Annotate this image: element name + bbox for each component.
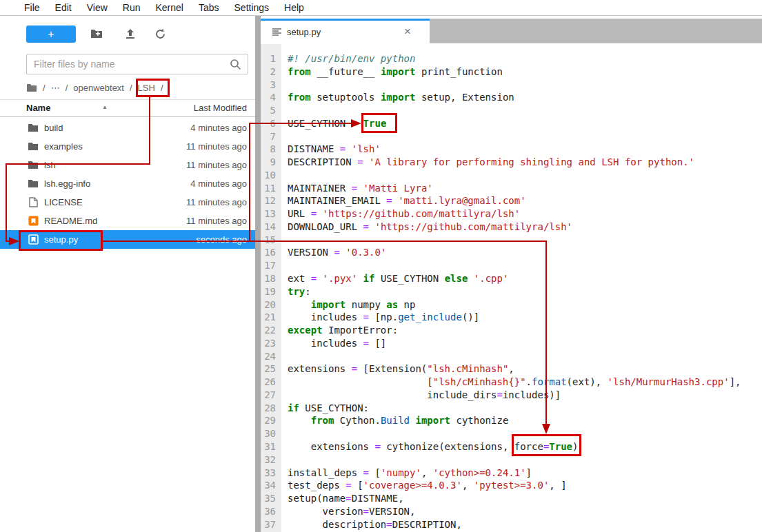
code-line-19: 19try: (261, 285, 762, 298)
file-last-modified: 11 minutes ago (186, 216, 255, 226)
new-folder-icon[interactable] (89, 26, 104, 41)
filter-files-box (26, 54, 248, 74)
new-launcher-button[interactable]: + (26, 25, 76, 43)
file-name: examples (44, 141, 83, 152)
code-line-34: 34test_deps = ['coverage>=4.0.3', 'pytes… (261, 479, 762, 492)
code-text: except ImportError: (281, 324, 398, 337)
code-line-11: 11MAINTAINER = 'Matti Lyra' (261, 182, 762, 195)
code-line-3: 3 (261, 79, 762, 92)
code-line-37: 37 description=DESCRIPTION, (261, 518, 762, 531)
file-last-modified: 4 minutes ago (190, 178, 255, 189)
line-number: 16 (261, 246, 281, 259)
line-number: 26 (261, 376, 281, 389)
file-row-license[interactable]: LICENSE11 minutes ago (0, 193, 255, 212)
file-last-modified: seconds ago (196, 234, 255, 245)
code-text (281, 169, 288, 182)
file-list-header: Name ▲ Last Modified (0, 99, 255, 117)
line-number: 33 (261, 467, 281, 480)
line-number: 5 (261, 104, 281, 117)
tab-bar: setup.py × (261, 19, 762, 43)
code-line-31: 31 extensions = cythonize(extensions, fo… (261, 440, 762, 453)
code-line-15: 15 (261, 234, 762, 247)
file-row-lsh.egg-info[interactable]: lsh.egg-info4 minutes ago (0, 174, 255, 193)
code-text: from setuptools import setup, Extension (281, 91, 514, 104)
code-text: extensions = cythonize(extensions, force… (281, 440, 578, 453)
code-text (281, 130, 288, 143)
breadcrumb-segment-openwebtext[interactable]: openwebtext (73, 83, 124, 93)
menu-item-run[interactable]: Run (115, 2, 148, 13)
line-number: 29 (261, 414, 281, 427)
menu-item-settings[interactable]: Settings (227, 2, 277, 13)
code-text: from Cython.Build import cythonize (281, 414, 508, 427)
code-line-2: 2from __future__ import print_function (261, 65, 762, 79)
menu-item-file[interactable]: File (17, 2, 48, 13)
file-row-lsh[interactable]: lsh11 minutes ago (0, 156, 255, 174)
file-row-examples[interactable]: examples11 minutes ago (0, 137, 255, 156)
line-number: 18 (261, 272, 281, 285)
code-line-7: 7 (261, 130, 762, 143)
line-number: 34 (261, 479, 281, 492)
code-text: VERSION = '0.3.0' (281, 246, 386, 259)
breadcrumb-segment-lsh[interactable]: LSH (138, 83, 155, 93)
code-line-13: 13URL = 'https://github.com/mattilyra/ls… (261, 207, 762, 221)
upload-icon[interactable] (123, 26, 138, 41)
code-text (281, 453, 288, 467)
tab-close-icon[interactable]: × (400, 24, 415, 39)
code-text: include_dirs=includes)] (281, 389, 561, 402)
file-name: build (44, 123, 63, 133)
line-number: 19 (261, 285, 281, 298)
line-number: 3 (261, 79, 281, 92)
breadcrumb: /⋯/openwebtext/LSH/ (26, 79, 169, 96)
line-number: 9 (261, 156, 281, 169)
code-text: extensions = [Extension("lsh.cMinhash", (281, 362, 514, 376)
folder-icon (28, 178, 39, 190)
breadcrumb-segment-ellipsis[interactable]: ⋯ (51, 83, 60, 93)
line-number: 37 (261, 518, 281, 531)
sort-ascending-icon[interactable]: ▲ (102, 104, 108, 110)
file-row-setup.py[interactable]: setup.pyseconds ago (0, 230, 255, 249)
line-number: 6 (261, 117, 281, 130)
line-number: 31 (261, 440, 281, 453)
code-line-10: 10 (261, 169, 762, 182)
file-name: LICENSE (44, 197, 83, 207)
folder-icon (28, 160, 39, 171)
code-line-1: 1#! /usr/bin/env python (261, 52, 762, 65)
line-number: 7 (261, 130, 281, 143)
file-row-build[interactable]: build4 minutes ago (0, 119, 255, 137)
file-last-modified: 11 minutes ago (186, 141, 255, 152)
line-number: 32 (261, 453, 281, 467)
menu-item-view[interactable]: View (79, 2, 115, 13)
file-name: README.md (44, 216, 97, 226)
code-line-21: 21 includes = [np.get_include()] (261, 311, 762, 324)
code-text (281, 234, 288, 247)
line-number: 23 (261, 337, 281, 350)
filter-files-input[interactable] (34, 57, 220, 72)
refresh-icon[interactable] (152, 26, 168, 41)
panel-splitter[interactable] (255, 16, 261, 532)
line-number: 14 (261, 221, 281, 234)
code-text (281, 350, 288, 363)
code-line-32: 32 (261, 453, 762, 467)
column-header-name[interactable]: Name (26, 103, 50, 113)
search-icon (230, 59, 241, 70)
tab-setup-py[interactable]: setup.py × (261, 19, 430, 43)
code-line-9: 9DESCRIPTION = 'A library for performing… (261, 156, 762, 169)
menu-item-kernel[interactable]: Kernel (148, 2, 190, 13)
menu-item-help[interactable]: Help (277, 2, 312, 13)
folder-icon (28, 141, 39, 152)
code-editor[interactable]: 1#! /usr/bin/env python2from __future__ … (261, 44, 762, 532)
line-number: 24 (261, 350, 281, 363)
code-text: URL = 'https://github.com/mattilyra/lsh' (281, 207, 520, 221)
line-number: 28 (261, 402, 281, 415)
code-text: MAINTAINER = 'Matti Lyra' (281, 182, 433, 195)
code-text: setup(name=DISTNAME, (281, 492, 404, 505)
menu-item-edit[interactable]: Edit (48, 2, 79, 13)
home-folder-icon[interactable] (26, 83, 37, 92)
file-last-modified: 4 minutes ago (190, 123, 255, 133)
menu-item-tabs[interactable]: Tabs (191, 2, 227, 13)
file-row-readme.md[interactable]: README.md11 minutes ago (0, 212, 255, 230)
code-line-20: 20 import numpy as np (261, 298, 762, 311)
column-header-last-modified[interactable]: Last Modified (194, 103, 247, 113)
code-area: 1#! /usr/bin/env python2from __future__ … (261, 52, 762, 531)
breadcrumb-segment-sep: / (43, 83, 46, 93)
